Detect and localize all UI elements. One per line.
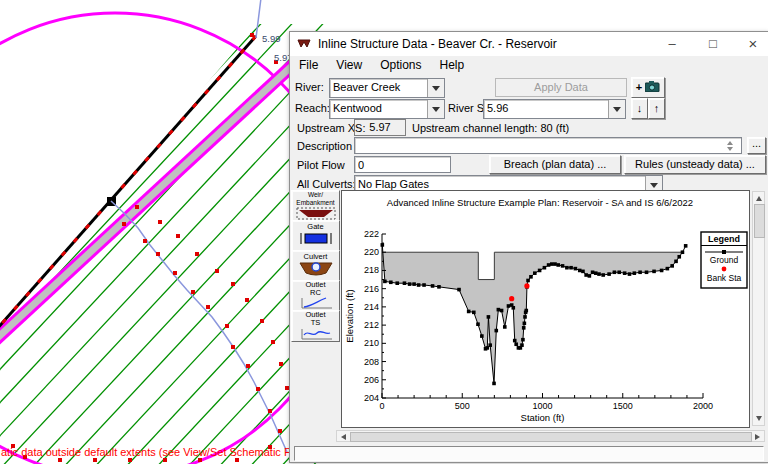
menu-options[interactable]: Options xyxy=(371,58,430,72)
river-dropdown-arrow[interactable] xyxy=(427,79,444,97)
plus-icon: + xyxy=(636,81,642,93)
hscroll-left-arrow[interactable] xyxy=(341,434,346,440)
apply-data-button[interactable]: Apply Data xyxy=(495,78,627,97)
close-button[interactable]: × xyxy=(737,32,768,56)
menu-file[interactable]: File xyxy=(290,58,327,72)
next-upstream-button[interactable]: ↑ xyxy=(648,98,665,119)
svg-text:216: 216 xyxy=(364,284,379,294)
weir-embankment-button[interactable]: Weir/ Embankment xyxy=(291,190,340,221)
svg-text:220: 220 xyxy=(364,247,379,257)
gate-button-label: Gate xyxy=(292,223,339,231)
river-value: Beaver Creek xyxy=(330,79,427,97)
weir-button-label2: Embankment xyxy=(292,199,339,207)
svg-text:222: 222 xyxy=(364,229,379,239)
inline-structure-band-fill xyxy=(0,64,294,354)
svg-text:214: 214 xyxy=(364,302,379,312)
culvert-button[interactable]: Culvert xyxy=(291,250,340,281)
hscroll-thumb[interactable] xyxy=(350,432,752,442)
vscroll-up-arrow[interactable] xyxy=(756,196,762,201)
svg-text:206: 206 xyxy=(364,375,379,385)
cross-section-plot: Advanced Inline Structure Example Plan: … xyxy=(342,191,749,427)
hscroll-right-arrow[interactable] xyxy=(755,434,760,440)
pilot-flow-label: Pilot Flow xyxy=(297,159,345,171)
gate-button[interactable]: Gate xyxy=(291,220,340,251)
svg-text:1500: 1500 xyxy=(613,401,633,411)
weir-icon xyxy=(296,207,336,220)
camera-icon xyxy=(645,81,660,92)
svg-text:2000: 2000 xyxy=(693,401,713,411)
river-sta-combobox[interactable]: 5.96 xyxy=(483,99,626,119)
maximize-button[interactable]: □ xyxy=(697,32,729,56)
description-input[interactable] xyxy=(354,137,742,154)
add-structure-button[interactable]: + xyxy=(631,77,665,98)
all-culverts-label: All Culverts: xyxy=(297,178,356,190)
next-downstream-button[interactable]: ↓ xyxy=(631,98,648,119)
screen: 5.99 5.97 atic data outside default exte… xyxy=(0,0,768,464)
svg-text:Elevation (ft): Elevation (ft) xyxy=(344,289,355,342)
menu-view[interactable]: View xyxy=(327,58,371,72)
reach-dropdown-arrow[interactable] xyxy=(427,100,444,118)
app-icon xyxy=(297,38,312,50)
river-sta-dropdown-arrow[interactable] xyxy=(608,100,625,118)
outlet-ts-label2: TS xyxy=(292,319,339,327)
culvert-button-label: Culvert xyxy=(292,253,339,261)
svg-text:218: 218 xyxy=(364,265,379,275)
svg-text:Ground: Ground xyxy=(710,255,739,265)
river-label: River: xyxy=(295,81,324,93)
reach-value: Kentwood xyxy=(330,100,427,118)
svg-text:210: 210 xyxy=(364,338,379,348)
title-bar[interactable]: Inline Structure Data - Beaver Cr. - Res… xyxy=(290,32,768,56)
upstream-xs-value: 5.97 xyxy=(354,119,406,136)
reach-combobox[interactable]: Kentwood xyxy=(329,99,445,119)
window-title: Inline Structure Data - Beaver Cr. - Res… xyxy=(318,37,557,51)
description-label: Description xyxy=(297,140,352,152)
plot-vscrollbar[interactable] xyxy=(752,191,765,426)
outlet-rc-icon xyxy=(296,297,336,309)
reach-label: Reach: xyxy=(295,102,330,114)
status-bar xyxy=(294,446,764,461)
breach-button[interactable]: Breach (plan data) ... xyxy=(489,155,621,174)
river-line-upstream xyxy=(256,0,261,38)
svg-text:208: 208 xyxy=(364,357,379,367)
vscroll-down-arrow[interactable] xyxy=(756,416,762,421)
rules-button[interactable]: Rules (unsteady data) ... xyxy=(624,155,766,174)
svg-text:1000: 1000 xyxy=(532,401,552,411)
menu-help[interactable]: Help xyxy=(431,58,474,72)
plot-hscrollbar[interactable] xyxy=(336,430,765,442)
river-combobox[interactable]: Beaver Creek xyxy=(329,78,445,98)
pilot-flow-input[interactable] xyxy=(354,156,451,173)
svg-text:Legend: Legend xyxy=(708,234,740,244)
bank-station-dots xyxy=(11,33,289,462)
gate-icon xyxy=(296,231,336,246)
vscroll-thumb[interactable] xyxy=(754,204,765,238)
inline-structure-data-window: Inline Structure Data - Beaver Cr. - Res… xyxy=(289,31,768,463)
river-centerline xyxy=(111,201,287,452)
menu-bar: File View Options Help xyxy=(290,56,768,73)
upstream-length-label: Upstream channel length: 80 (ft) xyxy=(412,122,569,134)
cross-section-plot-panel: Advanced Inline Structure Example Plan: … xyxy=(341,190,750,428)
description-spinner[interactable] xyxy=(727,138,733,153)
weir-button-label1: Weir/ xyxy=(292,191,339,199)
outlet-rc-button[interactable]: Outlet RC xyxy=(291,280,340,311)
svg-text:212: 212 xyxy=(364,320,379,330)
svg-text:0: 0 xyxy=(379,401,384,411)
description-ellipsis-button[interactable]: ... xyxy=(747,137,766,154)
outlet-rc-label2: RC xyxy=(292,289,339,297)
minimize-button[interactable]: – xyxy=(656,32,688,56)
svg-text:Station (ft): Station (ft) xyxy=(521,412,565,423)
svg-text:500: 500 xyxy=(455,401,470,411)
xs-label-5.99: 5.99 xyxy=(262,33,281,44)
svg-text:Bank Sta: Bank Sta xyxy=(707,273,742,283)
culvert-icon xyxy=(296,261,336,276)
svg-text:204: 204 xyxy=(364,393,379,403)
outlet-ts-icon xyxy=(296,327,336,340)
outlet-ts-button[interactable]: Outlet TS xyxy=(291,310,340,342)
river-sta-value: 5.96 xyxy=(484,100,608,118)
svg-text:Advanced Inline Structure Exa: Advanced Inline Structure Example Plan: … xyxy=(387,197,693,208)
